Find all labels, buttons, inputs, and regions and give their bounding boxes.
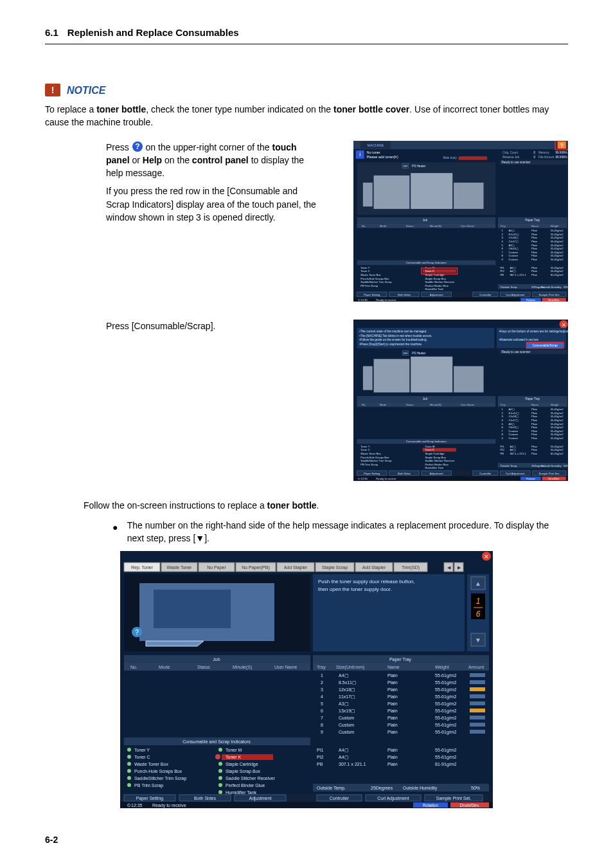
svg-text:PB Trim Scrap: PB Trim Scrap — [360, 463, 378, 466]
svg-text:50%: 50% — [564, 285, 568, 288]
svg-text:Add Stapler: Add Stapler — [284, 565, 308, 570]
svg-text:Punch-Hole Scraps Box: Punch-Hole Scraps Box — [360, 276, 389, 280]
svg-text:Curl Adjustment: Curl Adjustment — [506, 293, 525, 296]
svg-text:12x18▢: 12x18▢ — [508, 415, 518, 419]
svg-text:Outside Temp.: Outside Temp. — [500, 285, 517, 288]
svg-text:Staple Scrap Box: Staple Scrap Box — [425, 456, 446, 459]
notice-heading: ! NOTICE — [45, 83, 568, 98]
svg-text:4: 4 — [321, 694, 323, 699]
svg-text:Plain: Plain — [531, 232, 537, 235]
svg-text:12x18▢: 12x18▢ — [339, 687, 355, 692]
svg-text:55-61g/m2: 55-61g/m2 — [550, 266, 564, 269]
svg-text:Ready to receive: Ready to receive — [376, 298, 396, 302]
svg-text:Plain: Plain — [531, 269, 537, 273]
svg-text:Custom: Custom — [508, 254, 518, 257]
svg-text:Plain: Plain — [531, 426, 537, 429]
svg-point-380 — [127, 748, 131, 752]
svg-text:PB Trim Scrap: PB Trim Scrap — [360, 284, 378, 287]
svg-text:6: 6 — [321, 709, 323, 713]
svg-text:A4▢: A4▢ — [510, 445, 515, 448]
svg-text:Plain: Plain — [531, 452, 537, 455]
svg-text:PB: PB — [500, 452, 504, 455]
svg-rect-332 — [470, 687, 485, 691]
svg-text:Toner C: Toner C — [360, 449, 370, 452]
svg-rect-290 — [313, 574, 465, 651]
svg-text:PS Heater: PS Heater — [412, 352, 426, 355]
svg-text:Custom: Custom — [508, 257, 518, 260]
svg-text:Drum/Dev.: Drum/Dev. — [460, 803, 480, 808]
svg-rect-362 — [470, 730, 485, 734]
svg-text:Plain: Plain — [531, 449, 537, 452]
svg-text:Staple Scrap Box: Staple Scrap Box — [425, 276, 446, 280]
step2-text: Press [Consumable/Scrap]. — [106, 320, 321, 332]
svg-text:Outside Temp.: Outside Temp. — [317, 786, 346, 791]
svg-rect-322 — [470, 673, 485, 677]
svg-text:Adjustment: Adjustment — [429, 293, 443, 296]
svg-text:Consumable/Scrap: Consumable/Scrap — [532, 344, 558, 347]
svg-rect-29 — [362, 183, 372, 206]
svg-text:55-61g/m2: 55-61g/m2 — [435, 701, 457, 707]
svg-text:Both Sides: Both Sides — [397, 293, 410, 296]
svg-text:Saddle Stitcher Receiver: Saddle Stitcher Receiver — [425, 280, 455, 284]
svg-text:Humidifier Tank: Humidifier Tank — [425, 287, 444, 291]
svg-text:A4▢: A4▢ — [510, 269, 515, 273]
svg-text:No Paper: No Paper — [207, 565, 226, 570]
svg-text:Consumable and Scrap Indicator: Consumable and Scrap Indicators — [182, 739, 251, 745]
svg-text:Rotation: Rotation — [526, 478, 535, 480]
svg-text:Custom: Custom — [508, 250, 518, 253]
svg-text:3: 3 — [321, 687, 323, 692]
svg-text:25Degrees: 25Degrees — [371, 786, 393, 791]
svg-text:55-61g/m2: 55-61g/m2 — [550, 408, 564, 411]
svg-text:A4▢: A4▢ — [508, 408, 514, 411]
svg-point-382 — [127, 762, 131, 766]
svg-text:then open the toner supply doo: then open the toner supply door. — [318, 586, 392, 592]
svg-text:PB Trim Scrap: PB Trim Scrap — [134, 783, 163, 788]
svg-point-389 — [218, 776, 222, 780]
svg-text:Staple Scrap Box: Staple Scrap Box — [226, 769, 261, 774]
svg-text:A3▢: A3▢ — [508, 422, 514, 426]
svg-text:Ready to receive: Ready to receive — [152, 803, 186, 808]
svg-text:0: 0 — [533, 151, 535, 154]
svg-text:Both Sides: Both Sides — [194, 796, 216, 800]
svg-rect-32 — [454, 183, 483, 209]
svg-text:Controller: Controller — [330, 796, 350, 800]
svg-text:Punch-Hole Scraps Box: Punch-Hole Scraps Box — [360, 456, 389, 459]
notice-alert-icon: ! — [45, 84, 60, 96]
svg-text:A4▢: A4▢ — [510, 266, 515, 269]
svg-text:Waste Toner Box: Waste Toner Box — [134, 762, 168, 766]
svg-text:50%: 50% — [564, 464, 568, 467]
svg-text:Ready to use scanner: Ready to use scanner — [501, 350, 530, 354]
svg-text:Consumable and Scrap Indicator: Consumable and Scrap Indicators — [405, 261, 446, 264]
svg-text:0: 0 — [533, 155, 535, 158]
svg-text:Plain: Plain — [531, 415, 537, 419]
svg-text:Toner K: Toner K — [425, 269, 434, 273]
svg-text:Custom: Custom — [508, 433, 518, 437]
svg-text:Punch-Hole Scraps Box: Punch-Hole Scraps Box — [134, 769, 182, 774]
svg-text:A4▢: A4▢ — [339, 748, 349, 752]
svg-rect-37 — [357, 223, 495, 228]
svg-text:Saddle Stitcher Receiver: Saddle Stitcher Receiver — [226, 776, 276, 781]
svg-text:Waste Toner: Waste Toner — [167, 565, 193, 570]
svg-point-385 — [127, 783, 131, 787]
svg-text:A3▢: A3▢ — [508, 243, 514, 246]
svg-text:55-61g/m2: 55-61g/m2 — [550, 247, 564, 250]
svg-text:Job: Job — [422, 398, 427, 401]
svg-text:No toner: No toner — [366, 150, 380, 154]
svg-text:⏲12:35: ⏲12:35 — [358, 298, 368, 302]
svg-text:Please add toner(K): Please add toner(K) — [366, 154, 398, 158]
svg-text:55-61g/m2: 55-61g/m2 — [550, 229, 564, 232]
svg-text:Sample Print Set.: Sample Print Set. — [436, 796, 472, 801]
svg-rect-357 — [470, 723, 485, 727]
svg-text:Add Stapler: Add Stapler — [362, 565, 386, 570]
svg-text:Rotation: Rotation — [526, 299, 535, 302]
svg-text:81-91g/m2: 81-91g/m2 — [435, 762, 457, 767]
svg-text:SaddleStitcher Trim Scrap: SaddleStitcher Trim Scrap — [360, 280, 392, 284]
svg-point-386 — [218, 748, 222, 752]
svg-text:Curl Adjustment: Curl Adjustment — [506, 472, 525, 475]
svg-text:Staple Scrap: Staple Scrap — [322, 565, 348, 570]
svg-text:Size(Unit:mm): Size(Unit:mm) — [336, 665, 364, 670]
svg-text:⏲12:35: ⏲12:35 — [358, 477, 368, 480]
svg-text:1: 1 — [476, 597, 481, 606]
svg-text:Plain: Plain — [531, 445, 537, 448]
svg-point-384 — [127, 776, 131, 780]
